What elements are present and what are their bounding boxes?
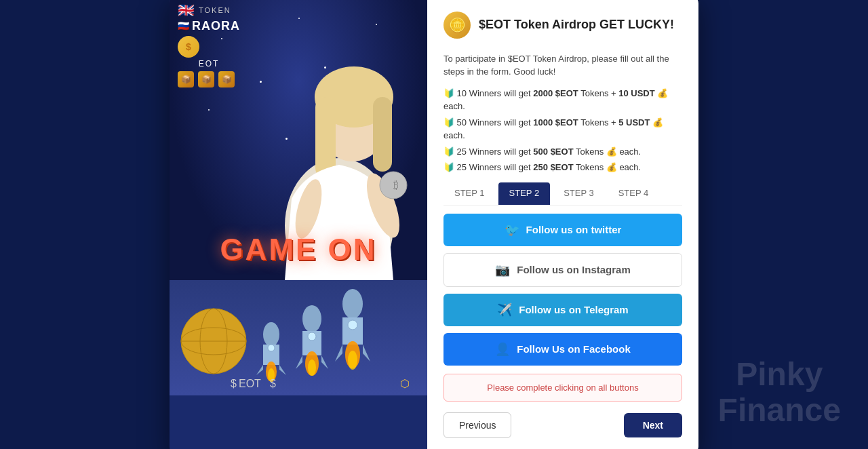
svg-point-32 [348,320,357,330]
previous-button[interactable]: Previous [443,412,511,438]
svg-point-18 [268,345,275,351]
svg-point-27 [308,359,316,376]
left-panel: 🇬🇧 TOKEN 🇷🇺 RAORA $ EOT 📦 📦 📦 [170,0,427,449]
token-box-2: 📦 [198,71,214,87]
token-name: RAORA [192,19,240,33]
token-name-block: 🇷🇺 RAORA $ EOT 📦 📦 📦 [178,19,240,87]
token-ticker: EOT [178,59,240,69]
eot-logo: 🪙 [443,12,471,39]
tab-step3[interactable]: STEP 3 [553,182,605,205]
follow-instagram-button[interactable]: 📷 Follow us on Instagram [443,253,682,287]
next-button[interactable]: Next [624,413,682,437]
right-panel: 🪙 $EOT Token Airdrop GET LUCKY! To parti… [427,0,698,449]
prizes-list: 🔰 10 Winners will get 2000 $EOT Tokens +… [443,87,682,174]
svg-text:$: $ [231,378,237,389]
game-on-text: GAME ON [170,233,427,267]
follow-facebook-label: Follow Us on Facebook [517,343,631,355]
token-box-3: 📦 [218,71,235,87]
watermark: Pinky Finance [718,357,841,429]
svg-point-34 [348,351,357,370]
tab-step4[interactable]: STEP 4 [608,182,660,205]
follow-instagram-label: Follow us on Instagram [517,264,631,275]
svg-point-14 [263,322,279,347]
left-panel-top: 🇬🇧 TOKEN 🇷🇺 RAORA $ EOT 📦 📦 📦 [170,0,427,280]
follow-facebook-button[interactable]: 👤 Follow Us on Facebook [443,333,682,366]
left-panel-bottom: $ EOT $ ⬡ [170,280,427,395]
follow-twitter-label: Follow us on twitter [526,224,622,235]
token-label: TOKEN [199,6,231,14]
steps-tabs: STEP 1 STEP 2 STEP 3 STEP 4 [443,182,682,206]
svg-rect-3 [315,97,336,178]
flag-russia: 🇷🇺 [178,20,189,31]
follow-twitter-button[interactable]: 🐦 Follow us on twitter [443,214,682,246]
svg-point-25 [308,332,316,340]
tab-step1[interactable]: STEP 1 [443,182,496,205]
prize-item-1: 🔰 10 Winners will get 2000 $EOT Tokens +… [443,87,682,113]
panel-title: $EOT Token Airdrop GET LUCKY! [479,18,674,32]
follow-telegram-label: Follow us on Telegram [519,304,628,315]
eot-coin: $ [178,36,199,58]
watermark-line1: Pinky [718,357,841,393]
action-buttons: 🐦 Follow us on twitter 📷 Follow us on In… [443,214,682,366]
token-box-1: 📦 [178,71,194,87]
modal-container: 🇬🇧 TOKEN 🇷🇺 RAORA $ EOT 📦 📦 📦 [170,0,698,449]
token-header: 🇬🇧 TOKEN [178,2,231,18]
prize-item-3: 🔰 25 Winners will get 500 $EOT Tokens 💰 … [443,145,682,159]
watermark-line2: Finance [718,393,841,429]
facebook-icon: 👤 [495,342,510,357]
prize-item-2: 🔰 50 Winners will get 1000 $EOT Tokens +… [443,116,682,142]
nav-buttons: Previous Next [443,412,682,438]
token-boxes: 📦 📦 📦 [178,71,240,87]
follow-telegram-button[interactable]: ✈️ Follow us on Telegram [443,294,682,326]
description-text: To participate in $EOT Token Airdrop, pl… [443,52,682,79]
twitter-icon: 🐦 [505,222,519,237]
tab-step2[interactable]: STEP 2 [498,182,551,205]
prize-item-4: 🔰 25 Winners will get 250 $EOT Tokens 💰 … [443,161,682,174]
svg-point-21 [302,305,321,332]
svg-text:⬡: ⬡ [400,378,410,389]
svg-text:₿: ₿ [393,179,399,191]
instagram-icon: 📷 [495,262,510,277]
svg-text:$: $ [270,378,276,389]
svg-rect-4 [373,97,392,172]
error-message: Please complete clicking on all buttons [443,374,682,402]
svg-text:EOT: EOT [239,378,261,389]
telegram-icon: ✈️ [497,302,512,317]
svg-point-28 [342,289,363,319]
panel-header: 🪙 $EOT Token Airdrop GET LUCKY! [443,12,682,44]
